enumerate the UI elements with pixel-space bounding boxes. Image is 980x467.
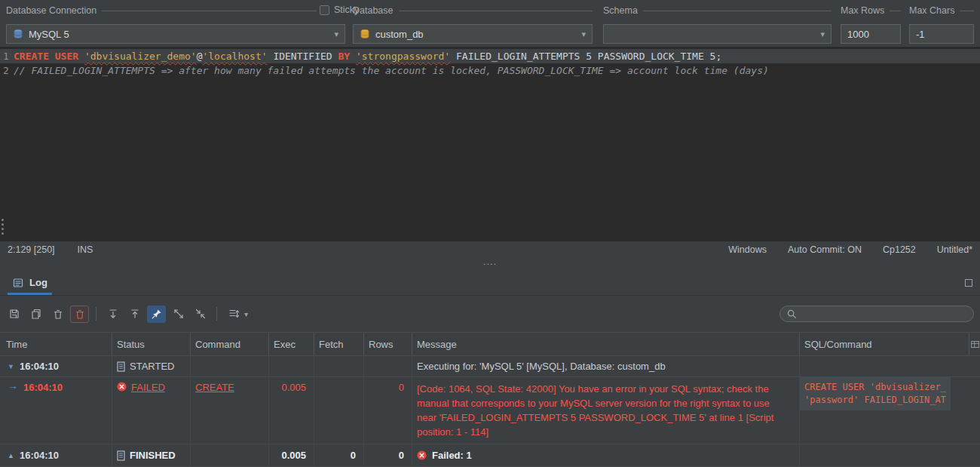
log-time: 16:04:10 (20, 361, 59, 372)
dbvisualizer-window: Database Connection Sticky Database Sche… (0, 0, 980, 467)
sql-editor[interactable]: 1 CREATE USER 'dbvisualizer_demo'@'local… (0, 47, 980, 241)
line-number: 1 (0, 49, 14, 63)
status-text: STARTED (130, 361, 174, 372)
toolbar-separator (216, 307, 217, 321)
column-header-command[interactable]: Command (190, 333, 268, 355)
exec-time: 0.005 (268, 377, 314, 444)
sticky-checkbox[interactable] (320, 5, 329, 15)
status-text: FINISHED (130, 450, 176, 461)
command-link[interactable]: CREATE (195, 382, 234, 393)
log-row-failed[interactable]: → 16:04:10 FAILED CREATE 0.005 0 [Code: … (0, 377, 980, 444)
schema-label: Schema (603, 5, 831, 16)
maximize-panel-button[interactable] (965, 279, 972, 287)
log-panel-header: Log (0, 270, 980, 296)
connection-database-icon (13, 29, 23, 39)
sql-command-preview: CREATE USER 'dbvisualizer_'password' FAI… (800, 377, 951, 410)
status-finished-icon (117, 450, 125, 461)
log-row-finished[interactable]: ▲ 16:04:10 FINISHED 0.005 0 0 Failed: 1 (0, 444, 980, 467)
status-failed-link[interactable]: FAILED (131, 382, 165, 393)
database-label: Database (353, 5, 593, 16)
log-row-started[interactable]: ▼ 16:04:10 STARTED Executing for: 'MySQL… (0, 356, 980, 377)
max-rows-label: Max Rows (841, 5, 901, 16)
arrow-up-to-bar-icon (129, 308, 141, 320)
editor-splitter-grip[interactable] (2, 219, 4, 237)
chevron-down-icon[interactable]: ▾ (244, 310, 248, 318)
sql-commander-toolbar: Database Connection Sticky Database Sche… (0, 0, 980, 47)
encoding-indicator: Cp1252 (883, 244, 916, 255)
log-icon (12, 277, 24, 289)
copy-log-button[interactable] (26, 306, 45, 323)
tab-log-label: Log (29, 277, 47, 288)
column-settings-button[interactable] (969, 333, 980, 355)
error-message: [Code: 1064, SQL State: 42000] You have … (417, 382, 795, 439)
search-icon (786, 309, 797, 319)
trash-red-icon (74, 308, 86, 320)
fetch-time: 0 (314, 444, 363, 466)
chevron-down-icon: ▾ (820, 29, 825, 39)
log-toolbar: ▾ (0, 296, 980, 332)
column-header-rows[interactable]: Rows (363, 333, 412, 355)
rows-count: 0 (363, 444, 412, 466)
log-time: 16:04:10 (20, 450, 59, 461)
save-log-button[interactable] (5, 306, 23, 323)
column-header-message[interactable]: Message (412, 333, 799, 355)
max-chars-input[interactable] (909, 24, 974, 44)
summary-message: Failed: 1 (432, 450, 472, 461)
log-search-input[interactable] (801, 308, 967, 320)
collapse-expander-icon[interactable]: ▲ (8, 452, 14, 459)
database-connection-label: Database Connection (6, 5, 317, 16)
max-chars-label: Max Chars (909, 5, 974, 16)
column-header-time[interactable]: Time (0, 333, 112, 355)
row-height-icon (228, 308, 240, 320)
copy-icon (30, 308, 42, 320)
rows-count: 0 (363, 377, 412, 444)
column-header-exec[interactable]: Exec (268, 333, 314, 355)
column-header-status[interactable]: Status (112, 333, 190, 355)
error-icon (117, 382, 127, 392)
clear-log-on-execute-button[interactable] (70, 306, 89, 323)
row-height-button[interactable] (224, 306, 243, 323)
insert-mode-indicator: INS (78, 244, 93, 255)
expand-all-button[interactable] (169, 306, 188, 323)
expand-all-icon (173, 308, 185, 320)
collapse-all-button[interactable] (191, 306, 210, 323)
connection-value: MySQL 5 (29, 29, 69, 40)
editor-line-2: 2 // FAILED_LOGIN_ATTEMPTS => after how … (0, 63, 980, 78)
toolbar-separator (96, 307, 96, 321)
document-name: Untitled* (937, 244, 972, 255)
database-value: custom_db (375, 29, 424, 40)
clear-log-button[interactable] (48, 306, 67, 323)
connection-dropdown[interactable]: MySQL 5 ▾ (6, 24, 345, 44)
save-log-icon (8, 308, 20, 320)
column-header-fetch[interactable]: Fetch (314, 333, 363, 355)
line-number: 2 (0, 63, 14, 78)
pin-icon (151, 308, 163, 320)
scroll-to-first-button[interactable] (125, 306, 144, 323)
pin-scroll-lock-button[interactable] (147, 306, 166, 323)
trash-icon (52, 308, 64, 320)
line-ending-indicator: Windows (728, 244, 767, 255)
max-rows-input[interactable] (841, 24, 901, 44)
editor-line-1: 1 CREATE USER 'dbvisualizer_demo'@'local… (0, 49, 980, 63)
chevron-down-icon: ▾ (334, 29, 338, 39)
error-icon (417, 450, 427, 460)
database-icon (360, 29, 370, 39)
log-table-header: Time Status Command Exec Fetch Rows Mess… (0, 332, 980, 356)
log-search-box[interactable] (779, 306, 974, 322)
auto-commit-indicator: Auto Commit: ON (788, 244, 862, 255)
chevron-down-icon: ▾ (581, 29, 586, 39)
schema-dropdown[interactable]: ▾ (603, 24, 831, 44)
scroll-to-last-button[interactable] (103, 306, 122, 323)
tab-log[interactable]: Log (6, 270, 54, 295)
exec-time: 0.005 (268, 444, 314, 466)
panel-splitter-handle[interactable]: .... (0, 258, 980, 270)
column-header-sql-command[interactable]: SQL/Command (799, 333, 969, 355)
arrow-down-to-bar-icon (107, 308, 119, 320)
log-message: Executing for: 'MySQL 5' [MySQL], Databa… (412, 356, 799, 376)
current-row-arrow-icon[interactable]: → (8, 382, 18, 389)
caret-position: 2:129 [250] (8, 244, 55, 255)
table-grid-icon (970, 339, 980, 349)
collapse-all-icon (194, 308, 207, 320)
database-dropdown[interactable]: custom_db ▾ (353, 24, 593, 44)
collapse-expander-icon[interactable]: ▼ (8, 363, 14, 370)
